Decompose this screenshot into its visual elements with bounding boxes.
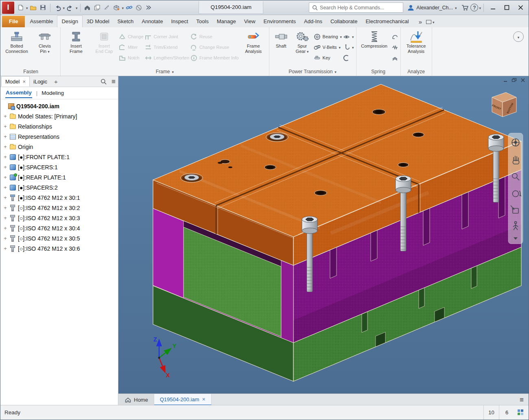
redo-dropdown-icon[interactable] [76,4,78,11]
tree-row-model-states[interactable]: Model States: [Primary] [3,111,118,121]
tab-document[interactable]: Q19504-200.iam [154,394,212,406]
open-folder-icon[interactable] [29,2,38,13]
clevis-pin-button[interactable]: Clevis Pin [31,28,58,54]
tab-inspect[interactable]: Inspect [167,16,192,27]
reuse-button[interactable]: Reuse [190,31,239,42]
close-document-tab-icon[interactable] [202,396,205,402]
viewport-close-icon[interactable] [520,78,525,84]
save-icon[interactable] [39,2,48,13]
help-icon[interactable] [470,4,478,11]
measure-icon[interactable] [103,2,111,13]
tree-row-representations[interactable]: Representations [3,131,118,142]
navigation-wheel-icon[interactable] [512,139,519,146]
tab-view[interactable]: View [240,16,260,27]
tab-add-ins[interactable]: Add-Ins [300,16,326,27]
torsion-spring-button[interactable] [391,31,398,42]
tab-file[interactable]: File [2,16,25,27]
tab-list-menu-icon[interactable] [515,396,529,403]
overflow-chevrons-icon[interactable] [144,2,153,13]
tab-3d-model[interactable]: 3D Model [83,16,114,27]
redo-icon[interactable] [66,2,75,13]
o-ring-button[interactable] [343,52,354,63]
inventor-logo-icon[interactable]: I [2,2,14,14]
new-file-dropdown-icon[interactable] [26,4,28,11]
help-dropdown-icon[interactable] [479,4,481,11]
add-browser-tab-button[interactable]: + [51,76,61,87]
tab-home[interactable]: Home [119,394,154,406]
tab-environments[interactable]: Environments [260,16,300,27]
expand-icon[interactable] [3,123,8,129]
expand-icon[interactable] [3,215,8,221]
tree-row-iso-bolt-3[interactable]: [○]:ISO 4762 M12 x 30:3 [3,213,118,223]
expand-icon[interactable] [3,144,8,150]
expand-icon[interactable] [3,205,8,211]
help-search-box[interactable] [309,2,403,13]
lengthen-shorten-button[interactable]: Lengthen/Shorten [145,52,189,63]
insert-end-cap-button[interactable]: Insert End Cap [91,28,118,54]
tree-row-iso-bolt-1[interactable]: [●]:ISO 4762 M12 x 30:1 [3,192,118,203]
3d-scene-canvas[interactable]: Z Y X FRONT BOTTOM [118,76,529,394]
corner-joint-button[interactable]: Corner Joint [145,31,189,42]
frame-member-info-button[interactable]: Frame Member Info [190,52,239,63]
expand-icon[interactable] [3,113,8,119]
view-cube[interactable]: FRONT BOTTOM [492,92,516,117]
insert-frame-button[interactable]: Insert Frame [63,28,90,54]
prohibited-icon[interactable] [134,2,143,13]
tree-row-relationships[interactable]: Relationships [3,121,118,131]
trim-extend-button[interactable]: Trim/Extend [145,42,189,52]
frame-analysis-button[interactable]: Frame Analysis [240,28,267,54]
account-menu[interactable]: Alexander_Ch... [407,4,457,11]
shaft-button[interactable]: Shaft [271,28,291,49]
tree-row-root[interactable]: Q19504-200.iam [3,101,118,111]
viewport-minimize-icon[interactable] [503,78,508,84]
frame-panel-label[interactable]: Frame [63,67,267,76]
belleville-spring-button[interactable] [391,52,398,63]
status-grid-icon[interactable] [518,409,524,416]
tab-design[interactable]: Design [57,15,82,27]
compression-button[interactable]: Compression [358,28,390,49]
expand-icon[interactable] [3,225,8,231]
tree-row-spacers-2[interactable]: [●]:SPACERS:2 [3,182,118,192]
tree-row-iso-bolt-2[interactable]: [○]:ISO 4762 M12 x 30:2 [3,203,118,213]
search-input[interactable] [320,5,400,11]
key-button[interactable]: Key [314,52,342,63]
new-file-icon[interactable] [16,2,25,13]
power-transmission-panel-label[interactable]: Power Transmission [271,67,354,76]
expand-icon[interactable] [3,245,8,252]
tab-electromechanical[interactable]: Electromechanical [361,16,413,27]
tree-row-iso-bolt-4[interactable]: [○]:ISO 4762 M12 x 30:4 [3,223,118,233]
ribbon-options-button[interactable] [513,31,524,42]
copy-icon[interactable] [93,2,102,13]
expand-icon[interactable] [3,154,8,160]
tab-sketch[interactable]: Sketch [114,16,138,27]
browser-tab-model[interactable]: Model [1,76,30,87]
tree-row-iso-bolt-5[interactable]: [○]:ISO 4762 M12 x 30:5 [3,233,118,243]
tree-row-rear-plate[interactable]: [●]:REAR PLATE:1 [3,172,118,182]
expand-icon[interactable] [3,164,8,170]
cart-icon[interactable] [461,2,470,13]
minimize-button[interactable] [486,2,499,13]
3d-viewport[interactable]: Z Y X FRONT BOTTOM [118,76,529,394]
browser-tab-ilogic[interactable]: iLogic [30,76,51,87]
expand-icon[interactable] [3,133,8,140]
browser-search-icon[interactable] [98,76,109,87]
tab-annotate[interactable]: Annotate [138,16,167,27]
bearing-button[interactable]: Bearing [314,31,342,42]
material-cube-icon[interactable] [112,2,121,13]
notch-button[interactable]: Notch [119,52,144,63]
extension-spring-button[interactable] [391,42,398,52]
tab-collaborate[interactable]: Collaborate [326,16,362,27]
tab-assemble[interactable]: Assemble [26,16,57,27]
tolerance-analysis-button[interactable]: Tolerance Analysis [403,28,430,54]
tree-row-spacers-1[interactable]: [●]:SPACERS:1 [3,162,118,172]
home-icon[interactable] [83,2,92,13]
undo-dropdown-icon[interactable] [63,4,65,11]
ribbon-display-toggle[interactable] [426,19,435,25]
undo-icon[interactable] [53,2,62,13]
expand-icon[interactable] [3,174,8,180]
tab-tools[interactable]: Tools [192,16,212,27]
expand-icon[interactable] [3,235,8,241]
assembly-mode-tab[interactable]: Assembly [5,88,32,98]
close-button[interactable] [514,2,527,13]
expand-icon[interactable] [3,184,8,190]
